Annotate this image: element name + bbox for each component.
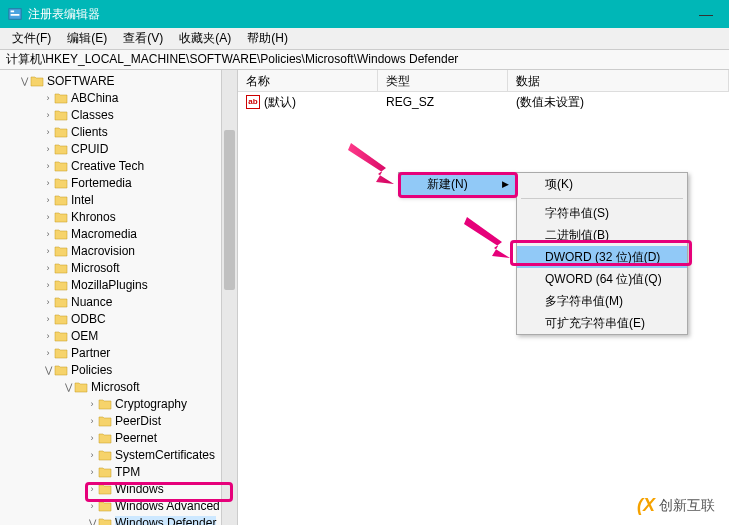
- string-value-icon: ab: [246, 95, 260, 109]
- chevron-right-icon[interactable]: ›: [42, 195, 54, 205]
- tree-item-label: Windows Defender: [115, 516, 216, 526]
- tree-item[interactable]: ›Classes: [0, 106, 237, 123]
- tree-item[interactable]: ⋁Windows Defender: [0, 514, 237, 525]
- menu-separator: [521, 198, 683, 199]
- tree-item[interactable]: ›Clients: [0, 123, 237, 140]
- menu-file[interactable]: 文件(F): [4, 28, 59, 49]
- tree-panel: ⋁SOFTWARE›ABChina›Classes›Clients›CPUID›…: [0, 70, 238, 525]
- address-bar[interactable]: 计算机\HKEY_LOCAL_MACHINE\SOFTWARE\Policies…: [0, 50, 729, 70]
- tree-item[interactable]: ›Fortemedia: [0, 174, 237, 191]
- tree-item-label: SystemCertificates: [115, 448, 215, 462]
- watermark-text: 创新互联: [659, 497, 715, 515]
- tree-item[interactable]: ›CPUID: [0, 140, 237, 157]
- list-row[interactable]: ab (默认) REG_SZ (数值未设置): [238, 92, 729, 112]
- tree-item-label: Policies: [71, 363, 112, 377]
- chevron-right-icon[interactable]: ›: [42, 93, 54, 103]
- menu-item-dword[interactable]: DWORD (32 位)值(D): [517, 246, 687, 268]
- tree-item[interactable]: ›Peernet: [0, 429, 237, 446]
- tree-item-label: Fortemedia: [71, 176, 132, 190]
- tree-item[interactable]: ›SystemCertificates: [0, 446, 237, 463]
- watermark: (X 创新互联: [629, 492, 723, 519]
- chevron-right-icon[interactable]: ›: [86, 450, 98, 460]
- value-type: REG_SZ: [378, 93, 508, 111]
- tree-item-label: Creative Tech: [71, 159, 144, 173]
- tree-item[interactable]: ›ODBC: [0, 310, 237, 327]
- watermark-logo: (X: [637, 495, 655, 516]
- tree-item[interactable]: ›ABChina: [0, 89, 237, 106]
- tree-item[interactable]: ›Intel: [0, 191, 237, 208]
- chevron-right-icon[interactable]: ›: [42, 229, 54, 239]
- tree-item[interactable]: ⋁Microsoft: [0, 378, 237, 395]
- tree-item-label: Peernet: [115, 431, 157, 445]
- chevron-right-icon[interactable]: ›: [86, 501, 98, 511]
- minimize-button[interactable]: —: [691, 6, 721, 22]
- menu-favorites[interactable]: 收藏夹(A): [171, 28, 239, 49]
- menu-item-expand[interactable]: 可扩充字符串值(E): [517, 312, 687, 334]
- col-type[interactable]: 类型: [378, 70, 508, 91]
- chevron-right-icon[interactable]: ›: [86, 467, 98, 477]
- tree-item[interactable]: ⋁SOFTWARE: [0, 72, 237, 89]
- chevron-down-icon[interactable]: ⋁: [42, 365, 54, 375]
- tree-item[interactable]: ›Windows Advanced Th: [0, 497, 237, 514]
- tree-item[interactable]: ›Macromedia: [0, 225, 237, 242]
- chevron-right-icon[interactable]: ›: [42, 348, 54, 358]
- chevron-right-icon[interactable]: ›: [86, 484, 98, 494]
- chevron-down-icon[interactable]: ⋁: [62, 382, 74, 392]
- chevron-right-icon[interactable]: ›: [42, 178, 54, 188]
- menu-item-binary[interactable]: 二进制值(B): [517, 224, 687, 246]
- tree-item-label: TPM: [115, 465, 140, 479]
- tree-item-label: Khronos: [71, 210, 116, 224]
- tree-item[interactable]: ⋁Policies: [0, 361, 237, 378]
- chevron-right-icon[interactable]: ›: [86, 416, 98, 426]
- col-data[interactable]: 数据: [508, 70, 729, 91]
- chevron-right-icon[interactable]: ›: [42, 314, 54, 324]
- tree-item[interactable]: ›Windows: [0, 480, 237, 497]
- chevron-right-icon[interactable]: ›: [42, 212, 54, 222]
- menu-item-new[interactable]: 新建(N) ▶: [399, 173, 515, 195]
- col-name[interactable]: 名称: [238, 70, 378, 91]
- address-text: 计算机\HKEY_LOCAL_MACHINE\SOFTWARE\Policies…: [6, 51, 458, 68]
- tree-item[interactable]: ›Cryptography: [0, 395, 237, 412]
- tree-item[interactable]: ›OEM: [0, 327, 237, 344]
- tree-item[interactable]: ›PeerDist: [0, 412, 237, 429]
- menu-item-string[interactable]: 字符串值(S): [517, 202, 687, 224]
- tree-item-label: MozillaPlugins: [71, 278, 148, 292]
- menu-help[interactable]: 帮助(H): [239, 28, 296, 49]
- chevron-right-icon[interactable]: ›: [42, 127, 54, 137]
- chevron-right-icon[interactable]: ›: [86, 399, 98, 409]
- chevron-down-icon[interactable]: ⋁: [86, 518, 98, 526]
- chevron-right-icon[interactable]: ›: [42, 263, 54, 273]
- tree-item-label: Clients: [71, 125, 108, 139]
- menu-item-qword[interactable]: QWORD (64 位)值(Q): [517, 268, 687, 290]
- tree-item[interactable]: ›Microsoft: [0, 259, 237, 276]
- chevron-right-icon[interactable]: ›: [42, 297, 54, 307]
- tree-scrollbar[interactable]: [221, 70, 237, 525]
- tree-item[interactable]: ›Partner: [0, 344, 237, 361]
- tree-item[interactable]: ›Khronos: [0, 208, 237, 225]
- tree-item-label: Microsoft: [71, 261, 120, 275]
- window-title: 注册表编辑器: [28, 6, 691, 23]
- list-header: 名称 类型 数据: [238, 70, 729, 92]
- chevron-right-icon[interactable]: ›: [42, 144, 54, 154]
- menu-item-multi[interactable]: 多字符串值(M): [517, 290, 687, 312]
- scrollbar-thumb[interactable]: [224, 130, 235, 290]
- value-name: (默认): [264, 94, 296, 111]
- regedit-icon: [8, 7, 22, 21]
- tree-item[interactable]: ›Macrovision: [0, 242, 237, 259]
- menu-view[interactable]: 查看(V): [115, 28, 171, 49]
- tree-item[interactable]: ›Creative Tech: [0, 157, 237, 174]
- chevron-right-icon[interactable]: ›: [42, 161, 54, 171]
- chevron-down-icon[interactable]: ⋁: [18, 76, 30, 86]
- chevron-right-icon[interactable]: ›: [42, 110, 54, 120]
- tree-item[interactable]: ›TPM: [0, 463, 237, 480]
- menu-item-key[interactable]: 项(K): [517, 173, 687, 195]
- menu-item-new-label: 新建(N): [427, 176, 468, 193]
- tree-item-label: Cryptography: [115, 397, 187, 411]
- chevron-right-icon[interactable]: ›: [86, 433, 98, 443]
- tree-item[interactable]: ›MozillaPlugins: [0, 276, 237, 293]
- chevron-right-icon[interactable]: ›: [42, 280, 54, 290]
- chevron-right-icon[interactable]: ›: [42, 331, 54, 341]
- tree-item[interactable]: ›Nuance: [0, 293, 237, 310]
- menu-edit[interactable]: 编辑(E): [59, 28, 115, 49]
- chevron-right-icon[interactable]: ›: [42, 246, 54, 256]
